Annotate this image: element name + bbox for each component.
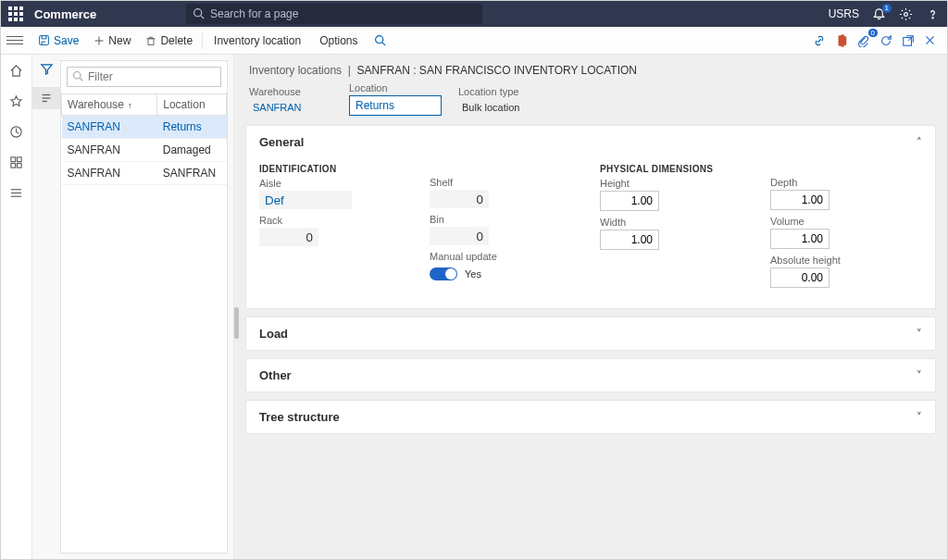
width-field[interactable] [600,230,659,250]
absheight-field[interactable] [770,268,830,288]
detail-scrollbar[interactable] [234,307,239,339]
link-icon[interactable] [813,34,826,47]
crumb-root[interactable]: Inventory locations [249,64,342,77]
filter-input[interactable] [67,67,221,87]
close-icon[interactable] [924,34,936,46]
modules-icon[interactable] [9,186,23,200]
svg-line-25 [80,78,82,81]
top-nav: Commerce USRS 1 [1,1,947,27]
tab-inventory-location[interactable]: Inventory location [205,27,310,55]
tab-options[interactable]: Options [310,27,367,55]
notifications-icon[interactable]: 1 [872,7,886,21]
attachment-count: 0 [868,29,878,37]
delete-label: Delete [160,34,193,47]
manual-value: Yes [465,268,481,280]
table-row[interactable]: SANFRANSANFRAN [62,162,227,185]
workspaces-icon[interactable] [9,156,23,169]
body: Warehouse↑ Location SANFRANReturns SANFR… [1,55,947,559]
help-icon[interactable] [926,7,940,21]
card-other-header[interactable]: Other˅ [246,359,935,392]
recent-icon[interactable] [9,125,23,139]
svg-point-8 [376,36,383,44]
warehouse-value[interactable]: SANFRAN [249,99,332,116]
shelf-label: Shelf [430,177,581,188]
manual-label: Manual update [430,251,581,262]
new-button[interactable]: New [86,27,138,55]
svg-line-9 [382,43,385,45]
filter-search-icon [72,70,83,81]
home-icon[interactable] [9,64,23,78]
new-label: New [108,34,131,47]
list-pane: Warehouse↑ Location SANFRANReturns SANFR… [60,60,228,554]
save-button[interactable]: Save [31,27,86,55]
svg-point-3 [932,17,933,18]
detail-pane: Inventory locations | SANFRAN : SAN FRAN… [234,55,947,559]
card-tree-header[interactable]: Tree structure˅ [246,401,935,433]
bin-label: Bin [430,214,581,225]
search-icon [193,7,205,19]
volume-label: Volume [770,216,922,227]
manual-update-toggle[interactable] [430,268,457,280]
col-location[interactable]: Location [157,94,227,116]
col-warehouse[interactable]: Warehouse↑ [62,94,157,116]
card-load-header[interactable]: Load˅ [246,317,935,350]
rack-label: Rack [259,215,411,226]
card-general-header[interactable]: General ˄ [246,126,935,158]
svg-point-24 [74,72,81,80]
separator [202,32,203,49]
location-label: Location [349,82,442,93]
delete-button[interactable]: Delete [138,27,200,55]
svg-line-1 [201,16,204,19]
svg-rect-17 [17,163,21,168]
chevron-down-icon: ˅ [917,369,922,381]
loctype-label: Location type [458,86,523,97]
settings-icon[interactable] [899,7,913,21]
app-launcher-icon[interactable] [8,6,23,21]
popout-icon[interactable] [902,34,915,47]
page-search-button[interactable] [367,27,393,55]
list-grid: Warehouse↑ Location SANFRANReturns SANFR… [61,93,227,185]
volume-field[interactable] [770,229,830,249]
identification-title: IDENTIFICATION [259,164,411,174]
top-right: USRS 1 [829,7,940,21]
refresh-icon[interactable] [879,34,892,47]
height-label: Height [600,178,752,189]
warehouse-label: Warehouse [249,86,332,97]
favorites-icon[interactable] [9,94,23,108]
chevron-up-icon: ˄ [917,136,922,148]
table-row[interactable]: SANFRANDamaged [62,139,227,162]
nav-toggle-icon[interactable] [6,33,23,47]
save-label: Save [54,34,79,47]
depth-label: Depth [770,177,922,188]
search-input[interactable] [186,4,482,24]
depth-field[interactable] [770,190,830,210]
svg-rect-16 [11,163,16,168]
user-label[interactable]: USRS [829,7,859,20]
location-input[interactable] [349,95,442,116]
header-fields: Warehouse SANFRAN Location Location type… [240,82,936,125]
list-toolbar [32,55,60,559]
card-other: Other˅ [245,358,936,392]
aisle-label: Aisle [259,178,411,189]
shelf-field[interactable] [430,190,489,208]
bin-field[interactable] [430,227,489,245]
aisle-field[interactable] [259,191,352,209]
card-general: General ˄ IDENTIFICATION Aisle Rack [245,125,936,309]
list-pane-wrap: Warehouse↑ Location SANFRANReturns SANFR… [32,55,234,559]
notification-badge: 1 [882,4,892,13]
left-rail [1,55,32,559]
related-info-icon[interactable] [32,87,60,109]
absheight-label: Absolute height [770,255,922,266]
filter-icon[interactable] [40,62,54,76]
table-row[interactable]: SANFRANReturns [62,116,227,139]
height-field[interactable] [600,191,659,211]
office-icon[interactable] [835,34,848,47]
svg-rect-14 [11,157,16,162]
rack-field[interactable] [259,228,318,246]
chevron-down-icon: ˅ [917,411,922,423]
action-bar: Save New Delete Inventory location Optio… [1,27,947,55]
width-label: Width [600,217,752,228]
svg-point-2 [904,12,908,16]
attachments-icon[interactable]: 0 [857,34,870,47]
crumb-title: SANFRAN : SAN FRANCISCO INVENTORY LOCATI… [357,64,638,77]
